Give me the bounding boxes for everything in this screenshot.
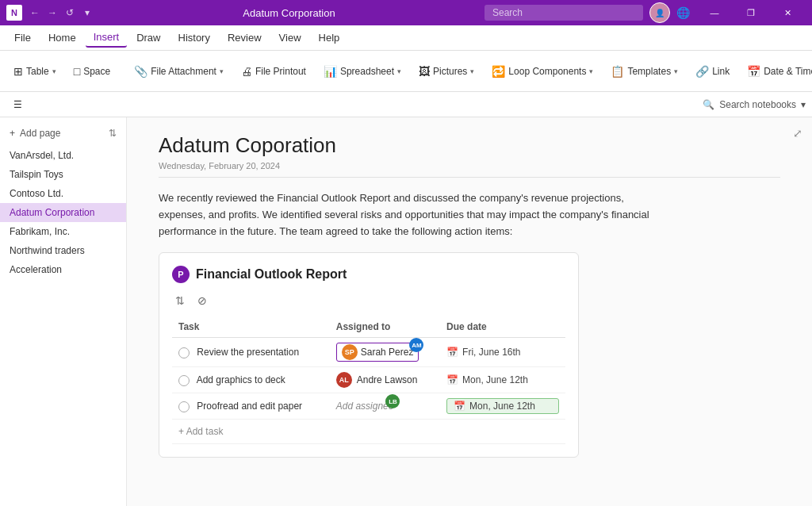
ribbon-file-printout[interactable]: 🖨 File Printout xyxy=(234,61,313,82)
menu-view[interactable]: View xyxy=(271,29,309,47)
customize-btn[interactable]: ▾ xyxy=(81,6,94,19)
sort-tool-btn[interactable]: ⇅ xyxy=(172,293,188,309)
page-title: Adatum Coporation xyxy=(159,133,780,158)
title-bar-right: 👤 🌐 — ❐ ✕ xyxy=(649,0,806,25)
date-cell-2: 📅 Mon, June 12th xyxy=(440,367,565,393)
back-btn[interactable]: ← xyxy=(29,6,41,19)
sidebar: + Add page ⇅ VanArsdel, Ltd. Tailspin To… xyxy=(0,117,127,506)
table-chevron: ▾ xyxy=(52,67,56,75)
pictures-icon: 🖼 xyxy=(419,65,430,78)
ribbon-space[interactable]: □ Space xyxy=(67,61,118,82)
ribbon-pictures[interactable]: 🖼 Pictures ▾ xyxy=(412,61,481,82)
menu-home[interactable]: Home xyxy=(40,29,84,47)
ribbon-file-attachment[interactable]: 📎 File Attachment ▾ xyxy=(127,61,231,82)
sidebar-item-adatum[interactable]: Adatum Corporation xyxy=(0,203,126,222)
ribbon-link[interactable]: 🔗 Link xyxy=(688,61,737,82)
sidebar-item-fabrikam[interactable]: Fabrikam, Inc. xyxy=(0,222,126,241)
page-date: Wednesday, February 20, 2024 xyxy=(159,161,780,178)
menu-review[interactable]: Review xyxy=(220,29,270,47)
date-value-1: Fri, June 16th xyxy=(462,347,520,358)
assignee-cell-3[interactable]: Add assignee LB xyxy=(330,393,440,420)
col-assigned: Assigned to xyxy=(330,316,440,338)
web-icon[interactable]: 🌐 xyxy=(676,6,690,19)
date-value-2: Mon, June 12th xyxy=(462,374,528,385)
assignee-name-2: Andre Lawson xyxy=(357,374,418,385)
spreadsheet-icon: 📊 xyxy=(324,65,337,78)
task-label-2: Add graphics to deck xyxy=(197,374,285,385)
ribbon-datetime-label: Date & Time xyxy=(764,66,812,77)
assignee-cell-2[interactable]: AL Andre Lawson xyxy=(330,367,440,393)
ribbon-space-label: Space xyxy=(83,66,110,77)
add-task-icon: + xyxy=(178,426,184,437)
ribbon-datetime[interactable]: 📅 Date & Time ▾ xyxy=(740,61,812,82)
add-page-button[interactable]: + Add page ⇅ xyxy=(0,124,126,143)
spreadsheet-chevron: ▾ xyxy=(397,67,401,75)
task-checkbox-1[interactable] xyxy=(178,347,190,358)
page-body: We recently reviewed the Financial Outlo… xyxy=(159,190,666,240)
sort-button[interactable]: ⇅ xyxy=(109,128,117,139)
menu-file[interactable]: File xyxy=(6,29,39,47)
undo-btn[interactable]: ↺ xyxy=(63,6,76,19)
collapse-btn[interactable]: ☰ xyxy=(6,95,29,114)
ribbon-link-label: Link xyxy=(712,66,730,77)
space-icon: □ xyxy=(74,65,80,78)
search-chevron: ▾ xyxy=(801,99,806,110)
sidebar-item-acceleration[interactable]: Acceleration xyxy=(0,260,126,279)
search-input[interactable] xyxy=(485,5,643,21)
window-controls: — ❐ ✕ xyxy=(696,0,806,25)
minimize-btn[interactable]: — xyxy=(696,0,733,25)
user-avatar[interactable]: 👤 xyxy=(649,2,670,23)
maximize-btn[interactable]: ❐ xyxy=(733,0,769,25)
forward-btn[interactable]: → xyxy=(46,6,59,19)
task-checkbox-3[interactable] xyxy=(178,401,190,412)
sidebar-item-northwind[interactable]: Northwind traders xyxy=(0,241,126,260)
sidebar-item-contoso[interactable]: Contoso Ltd. xyxy=(0,184,126,203)
ribbon-spreadsheet[interactable]: 📊 Spreadsheet ▾ xyxy=(316,61,408,82)
task-checkbox-2[interactable] xyxy=(178,375,190,386)
date-wrapper-3: 📅 Mon, June 12th xyxy=(446,398,559,414)
add-page-icon: + xyxy=(10,128,15,139)
sidebar-item-vanarsdel[interactable]: VanArsdel, Ltd. xyxy=(0,146,126,165)
main-layout: + Add page ⇅ VanArsdel, Ltd. Tailspin To… xyxy=(0,117,812,506)
link-icon: 🔗 xyxy=(695,65,709,78)
loop-component-icon: P xyxy=(172,266,190,283)
sidebar-item-tailspin[interactable]: Tailspin Toys xyxy=(0,165,126,184)
ribbon-printout-label: File Printout xyxy=(255,66,306,77)
lb-badge-3: LB xyxy=(385,394,400,408)
menu-draw[interactable]: Draw xyxy=(128,29,168,47)
am-badge-1: AM xyxy=(409,338,423,352)
ribbon-templates[interactable]: 📋 Templates ▾ xyxy=(603,61,685,82)
assignee-cell-1[interactable]: SP Sarah Perez AM xyxy=(330,338,440,367)
task-label-3: Proofread and edit paper xyxy=(197,401,302,412)
ribbon: ⊞ Table ▾ □ Space 📎 File Attachment ▾ 🖨 … xyxy=(0,51,812,92)
menu-help[interactable]: Help xyxy=(311,29,348,47)
filter-tool-btn[interactable]: ⊘ xyxy=(194,293,210,309)
date-cell-1: 📅 Fri, June 16th xyxy=(440,338,565,367)
calendar-icon-1: 📅 xyxy=(446,347,458,358)
ribbon-loop[interactable]: 🔁 Loop Components ▾ xyxy=(485,61,600,82)
menu-history[interactable]: History xyxy=(170,29,218,47)
add-task-row[interactable]: + Add task xyxy=(172,420,565,444)
app-logo: N xyxy=(6,5,22,21)
table-header-row: Task Assigned to Due date xyxy=(172,316,565,338)
date-wrapper-2: 📅 Mon, June 12th xyxy=(446,374,559,385)
ribbon-templates-label: Templates xyxy=(627,66,671,77)
content-area: Adatum Coporation Wednesday, February 20… xyxy=(127,117,812,506)
datetime-icon: 📅 xyxy=(747,65,760,78)
menu-insert[interactable]: Insert xyxy=(86,28,128,48)
ribbon-table[interactable]: ⊞ Table ▾ xyxy=(6,61,63,82)
fullscreen-button[interactable]: ⤢ xyxy=(793,127,802,140)
add-task-cell[interactable]: + Add task xyxy=(172,420,565,444)
search-icon: 🔍 xyxy=(703,99,714,110)
table-icon: ⊞ xyxy=(13,65,23,78)
menu-bar: File Home Insert Draw History Review Vie… xyxy=(0,25,812,51)
sub-ribbon: ☰ 🔍 Search notebooks ▾ xyxy=(0,92,812,117)
templates-icon: 📋 xyxy=(611,65,624,78)
search-notebooks[interactable]: 🔍 Search notebooks ▾ xyxy=(703,99,806,110)
date-wrapper-1: 📅 Fri, June 16th xyxy=(446,347,559,358)
app-title: Adatum Corporation xyxy=(100,7,478,19)
task-label-1: Review the presentation xyxy=(197,347,299,358)
close-btn[interactable]: ✕ xyxy=(769,0,806,25)
assignee-box-1[interactable]: SP Sarah Perez xyxy=(336,343,419,362)
table-row: Proofread and edit paper Add assignee LB… xyxy=(172,393,565,420)
